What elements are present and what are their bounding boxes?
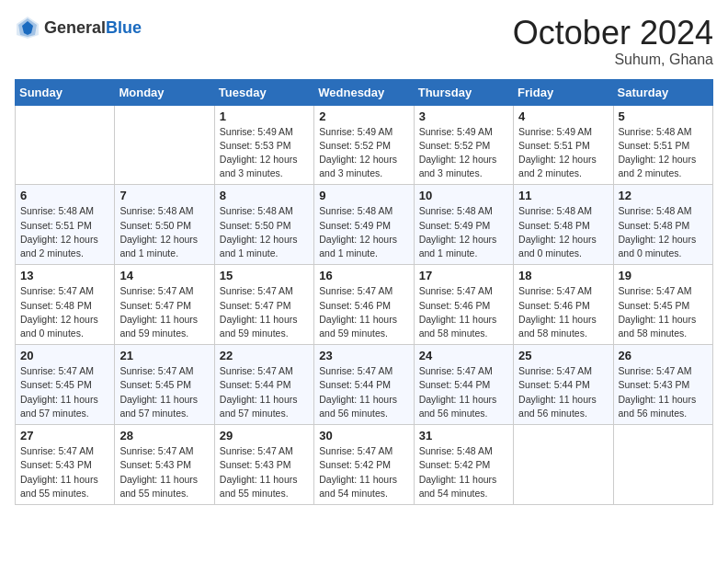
calendar-cell: 16Sunrise: 5:47 AMSunset: 5:46 PMDayligh… xyxy=(314,265,414,345)
day-number: 28 xyxy=(119,429,209,442)
day-number: 17 xyxy=(419,269,508,282)
weekday-header: Friday xyxy=(514,79,613,105)
calendar-week-row: 1Sunrise: 5:49 AMSunset: 5:53 PMDaylight… xyxy=(16,105,713,185)
day-number: 19 xyxy=(619,269,708,282)
day-info: Sunrise: 5:47 AMSunset: 5:48 PMDaylight:… xyxy=(20,284,109,340)
calendar-cell: 24Sunrise: 5:47 AMSunset: 5:44 PMDayligh… xyxy=(414,345,513,425)
day-number: 22 xyxy=(220,349,309,362)
day-number: 30 xyxy=(319,429,408,442)
day-number: 3 xyxy=(419,109,508,123)
day-info: Sunrise: 5:48 AMSunset: 5:42 PMDaylight:… xyxy=(419,444,508,500)
calendar-header-row: SundayMondayTuesdayWednesdayThursdayFrid… xyxy=(16,79,713,105)
day-number: 4 xyxy=(518,109,608,123)
calendar-cell: 6Sunrise: 5:48 AMSunset: 5:51 PMDaylight… xyxy=(16,185,115,265)
day-number: 6 xyxy=(20,189,109,202)
day-number: 7 xyxy=(119,189,209,202)
day-info: Sunrise: 5:48 AMSunset: 5:48 PMDaylight:… xyxy=(619,204,708,260)
day-info: Sunrise: 5:47 AMSunset: 5:45 PMDaylight:… xyxy=(619,284,708,340)
calendar-week-row: 6Sunrise: 5:48 AMSunset: 5:51 PMDaylight… xyxy=(16,185,713,265)
day-info: Sunrise: 5:47 AMSunset: 5:46 PMDaylight:… xyxy=(518,284,608,340)
day-number: 8 xyxy=(220,189,309,202)
day-info: Sunrise: 5:48 AMSunset: 5:50 PMDaylight:… xyxy=(220,204,309,260)
day-number: 29 xyxy=(220,429,309,442)
day-number: 10 xyxy=(419,189,508,202)
calendar-cell: 5Sunrise: 5:48 AMSunset: 5:51 PMDaylight… xyxy=(613,105,712,185)
calendar-cell: 30Sunrise: 5:47 AMSunset: 5:42 PMDayligh… xyxy=(314,425,414,505)
calendar-cell: 27Sunrise: 5:47 AMSunset: 5:43 PMDayligh… xyxy=(16,425,115,505)
calendar-cell: 13Sunrise: 5:47 AMSunset: 5:48 PMDayligh… xyxy=(16,265,115,345)
weekday-header: Monday xyxy=(115,79,214,105)
day-info: Sunrise: 5:49 AMSunset: 5:51 PMDaylight:… xyxy=(518,125,608,181)
weekday-header: Saturday xyxy=(613,79,712,105)
calendar-cell: 17Sunrise: 5:47 AMSunset: 5:46 PMDayligh… xyxy=(414,265,513,345)
calendar-cell: 31Sunrise: 5:48 AMSunset: 5:42 PMDayligh… xyxy=(414,425,513,505)
day-number: 15 xyxy=(220,269,309,282)
day-number: 2 xyxy=(319,109,408,123)
day-number: 25 xyxy=(518,349,608,362)
day-number: 11 xyxy=(518,189,608,202)
calendar-week-row: 27Sunrise: 5:47 AMSunset: 5:43 PMDayligh… xyxy=(16,425,713,505)
day-info: Sunrise: 5:47 AMSunset: 5:43 PMDaylight:… xyxy=(220,444,309,500)
calendar-cell xyxy=(613,425,712,505)
location: Suhum, Ghana xyxy=(513,52,713,68)
calendar-week-row: 13Sunrise: 5:47 AMSunset: 5:48 PMDayligh… xyxy=(16,265,713,345)
day-number: 9 xyxy=(319,189,408,202)
day-number: 16 xyxy=(319,269,408,282)
calendar-cell: 18Sunrise: 5:47 AMSunset: 5:46 PMDayligh… xyxy=(514,265,613,345)
day-info: Sunrise: 5:47 AMSunset: 5:46 PMDaylight:… xyxy=(419,284,508,340)
day-info: Sunrise: 5:47 AMSunset: 5:45 PMDaylight:… xyxy=(20,364,109,420)
weekday-header: Wednesday xyxy=(314,79,414,105)
calendar-week-row: 20Sunrise: 5:47 AMSunset: 5:45 PMDayligh… xyxy=(16,345,713,425)
day-info: Sunrise: 5:48 AMSunset: 5:51 PMDaylight:… xyxy=(20,204,109,260)
weekday-header: Tuesday xyxy=(214,79,313,105)
calendar-cell: 12Sunrise: 5:48 AMSunset: 5:48 PMDayligh… xyxy=(613,185,712,265)
calendar-cell: 11Sunrise: 5:48 AMSunset: 5:48 PMDayligh… xyxy=(514,185,613,265)
logo-icon xyxy=(15,15,40,40)
day-number: 31 xyxy=(419,429,508,442)
logo: GeneralBlue xyxy=(15,15,142,40)
logo-blue: Blue xyxy=(106,18,142,37)
day-info: Sunrise: 5:49 AMSunset: 5:53 PMDaylight:… xyxy=(220,125,309,181)
day-info: Sunrise: 5:47 AMSunset: 5:43 PMDaylight:… xyxy=(20,444,109,500)
month-title: October 2024 xyxy=(513,15,713,52)
day-info: Sunrise: 5:47 AMSunset: 5:44 PMDaylight:… xyxy=(220,364,309,420)
day-info: Sunrise: 5:48 AMSunset: 5:51 PMDaylight:… xyxy=(619,125,708,181)
day-info: Sunrise: 5:47 AMSunset: 5:46 PMDaylight:… xyxy=(319,284,408,340)
day-number: 13 xyxy=(20,269,109,282)
day-number: 23 xyxy=(319,349,408,362)
calendar-cell: 21Sunrise: 5:47 AMSunset: 5:45 PMDayligh… xyxy=(115,345,214,425)
calendar-cell: 4Sunrise: 5:49 AMSunset: 5:51 PMDaylight… xyxy=(514,105,613,185)
day-info: Sunrise: 5:48 AMSunset: 5:49 PMDaylight:… xyxy=(319,204,408,260)
day-info: Sunrise: 5:49 AMSunset: 5:52 PMDaylight:… xyxy=(419,125,508,181)
day-number: 12 xyxy=(619,189,708,202)
day-info: Sunrise: 5:47 AMSunset: 5:43 PMDaylight:… xyxy=(119,444,209,500)
day-number: 20 xyxy=(20,349,109,362)
calendar-cell xyxy=(115,105,214,185)
calendar-cell xyxy=(16,105,115,185)
day-info: Sunrise: 5:47 AMSunset: 5:42 PMDaylight:… xyxy=(319,444,408,500)
day-info: Sunrise: 5:48 AMSunset: 5:49 PMDaylight:… xyxy=(419,204,508,260)
day-info: Sunrise: 5:48 AMSunset: 5:50 PMDaylight:… xyxy=(119,204,209,260)
calendar-cell: 28Sunrise: 5:47 AMSunset: 5:43 PMDayligh… xyxy=(115,425,214,505)
page-header: GeneralBlue October 2024 Suhum, Ghana xyxy=(15,15,713,68)
calendar-cell: 10Sunrise: 5:48 AMSunset: 5:49 PMDayligh… xyxy=(414,185,513,265)
calendar-cell: 3Sunrise: 5:49 AMSunset: 5:52 PMDaylight… xyxy=(414,105,513,185)
calendar-cell: 15Sunrise: 5:47 AMSunset: 5:47 PMDayligh… xyxy=(214,265,313,345)
calendar-cell: 7Sunrise: 5:48 AMSunset: 5:50 PMDaylight… xyxy=(115,185,214,265)
calendar-cell: 29Sunrise: 5:47 AMSunset: 5:43 PMDayligh… xyxy=(214,425,313,505)
calendar-cell: 23Sunrise: 5:47 AMSunset: 5:44 PMDayligh… xyxy=(314,345,414,425)
day-info: Sunrise: 5:47 AMSunset: 5:44 PMDaylight:… xyxy=(319,364,408,420)
calendar-cell xyxy=(514,425,613,505)
calendar-cell: 19Sunrise: 5:47 AMSunset: 5:45 PMDayligh… xyxy=(613,265,712,345)
calendar-cell: 22Sunrise: 5:47 AMSunset: 5:44 PMDayligh… xyxy=(214,345,313,425)
day-info: Sunrise: 5:47 AMSunset: 5:44 PMDaylight:… xyxy=(419,364,508,420)
day-info: Sunrise: 5:47 AMSunset: 5:43 PMDaylight:… xyxy=(619,364,708,420)
day-info: Sunrise: 5:47 AMSunset: 5:45 PMDaylight:… xyxy=(119,364,209,420)
day-info: Sunrise: 5:47 AMSunset: 5:47 PMDaylight:… xyxy=(220,284,309,340)
calendar-cell: 1Sunrise: 5:49 AMSunset: 5:53 PMDaylight… xyxy=(214,105,313,185)
day-number: 26 xyxy=(619,349,708,362)
calendar-cell: 26Sunrise: 5:47 AMSunset: 5:43 PMDayligh… xyxy=(613,345,712,425)
calendar-cell: 20Sunrise: 5:47 AMSunset: 5:45 PMDayligh… xyxy=(16,345,115,425)
calendar-cell: 2Sunrise: 5:49 AMSunset: 5:52 PMDaylight… xyxy=(314,105,414,185)
day-number: 27 xyxy=(20,429,109,442)
